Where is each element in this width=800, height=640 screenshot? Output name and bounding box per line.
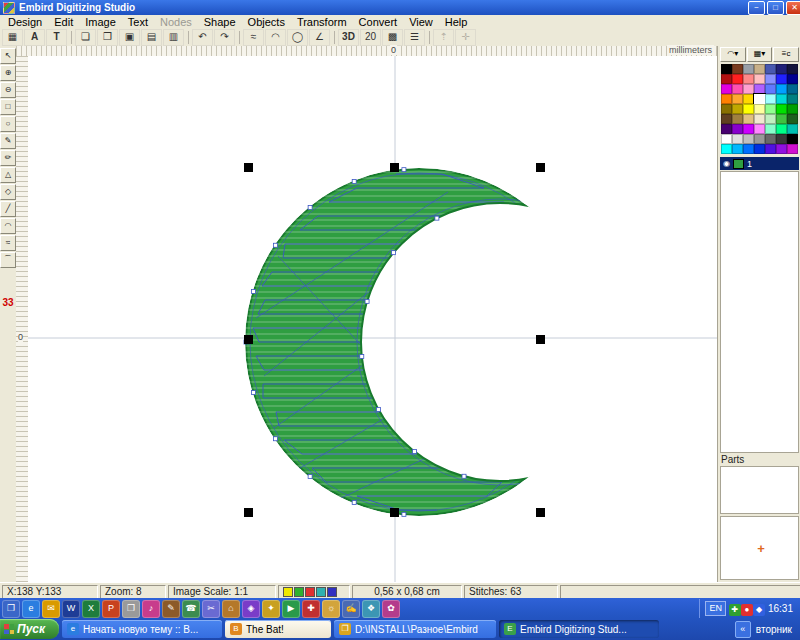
toolbar-center-cross-button[interactable]: ✛ [455, 29, 476, 46]
tool-zoom-window-button[interactable]: □ [0, 99, 16, 115]
palette-swatch[interactable] [732, 84, 743, 94]
palette-swatch[interactable] [776, 84, 787, 94]
palette-swatch[interactable] [787, 134, 798, 144]
powerpoint-icon[interactable]: P [102, 600, 120, 618]
palette-swatch[interactable] [776, 134, 787, 144]
palette-swatch[interactable] [787, 144, 798, 154]
color-options-button[interactable]: ≡c [773, 47, 799, 62]
toolbar-new-design-button[interactable]: ❏ [75, 29, 96, 46]
toolbar-ellipse-mode-button[interactable]: ◯ [287, 29, 308, 46]
object-list[interactable] [720, 171, 799, 453]
toolbar-stitch-wave-button[interactable]: ≈ [243, 29, 264, 46]
toolbar-view-3d-button[interactable]: 3D [338, 29, 359, 46]
toolbar-print-button[interactable]: ▥ [163, 29, 184, 46]
selection-handle[interactable] [536, 335, 545, 344]
graphics-app-icon[interactable]: ◈ [242, 600, 260, 618]
toolbar-import-image-button[interactable]: ▤ [141, 29, 162, 46]
palette-swatch[interactable] [721, 144, 732, 154]
star-app-icon[interactable]: ✦ [262, 600, 280, 618]
snip-icon[interactable]: ✂ [202, 600, 220, 618]
palette-swatch[interactable] [754, 104, 765, 114]
mail-icon[interactable]: ✉ [42, 600, 60, 618]
selection-handle[interactable] [536, 508, 545, 517]
palette-swatch[interactable] [765, 134, 776, 144]
palette-swatch[interactable] [721, 94, 732, 104]
menu-objects[interactable]: Objects [242, 15, 291, 29]
close-button[interactable]: ✕ [786, 1, 800, 15]
palette-swatch[interactable] [721, 114, 732, 124]
tool-zoom-out-button[interactable]: ⊖ [0, 82, 16, 98]
palette-swatch[interactable] [787, 94, 798, 104]
palette-swatch[interactable] [754, 114, 765, 124]
tool-pencil-button[interactable]: ✎ [0, 133, 16, 149]
toolbar-letter-t-button[interactable]: T [46, 29, 67, 46]
selection-handle[interactable] [390, 163, 399, 172]
tool-curve-button[interactable]: ≈ [0, 235, 16, 251]
tool-zoom-in-button[interactable]: ⊕ [0, 65, 16, 81]
palette-swatch[interactable] [743, 134, 754, 144]
tool-pen-button[interactable]: ✏ [0, 150, 16, 166]
palette-swatch[interactable] [776, 64, 787, 74]
toolbar-move-up-button[interactable]: ⇡ [433, 29, 454, 46]
antivirus-tray-icon[interactable]: ✚ [729, 604, 741, 616]
palette-swatch[interactable] [754, 64, 765, 74]
palette-swatch[interactable] [732, 134, 743, 144]
collapse-tray-button[interactable]: « [735, 621, 751, 638]
palette-swatch[interactable] [776, 94, 787, 104]
palette-swatch[interactable] [776, 74, 787, 84]
palette-swatch[interactable] [732, 74, 743, 84]
word-icon[interactable]: W [62, 600, 80, 618]
toolbar-open-design-button[interactable]: ❐ [97, 29, 118, 46]
palette-swatch[interactable] [743, 94, 754, 104]
palette-swatch[interactable] [776, 114, 787, 124]
menu-view[interactable]: View [403, 15, 439, 29]
menu-convert[interactable]: Convert [353, 15, 404, 29]
toolbar-save-design-button[interactable]: ▣ [119, 29, 140, 46]
palette-swatch[interactable] [787, 114, 798, 124]
start-button[interactable]: Пуск [0, 619, 59, 639]
palette-swatch[interactable] [732, 94, 743, 104]
palette-swatch[interactable] [732, 114, 743, 124]
show-desktop-icon[interactable]: ❐ [2, 600, 20, 618]
task-browser[interactable]: eНачать новую тему :: В... [62, 620, 222, 638]
palette-swatch[interactable] [721, 64, 732, 74]
palette-swatch[interactable] [721, 104, 732, 114]
palette-swatch[interactable] [732, 124, 743, 134]
curve-presets-button[interactable]: ◠▾ [720, 47, 746, 62]
tool-line-button[interactable]: ╱ [0, 201, 16, 217]
menu-edit[interactable]: Edit [48, 15, 79, 29]
toolbar-angle-mode-button[interactable]: ∠ [309, 29, 330, 46]
palette-swatch[interactable] [754, 74, 765, 84]
image-viewer-icon[interactable]: ☼ [322, 600, 340, 618]
palette-swatch[interactable] [732, 144, 743, 154]
palette-swatch[interactable] [787, 104, 798, 114]
task-thebat[interactable]: BThe Bat! [225, 620, 331, 638]
toolbar-density-button[interactable]: ▩ [382, 29, 403, 46]
parts-list[interactable] [720, 466, 799, 514]
selection-handle[interactable] [244, 335, 253, 344]
selection-handle[interactable] [536, 163, 545, 172]
palette-swatch[interactable] [787, 84, 798, 94]
home-icon[interactable]: ⌂ [222, 600, 240, 618]
palette-swatch[interactable] [732, 104, 743, 114]
network-tray-icon[interactable]: ◆ [753, 604, 765, 616]
palette-swatch[interactable] [721, 74, 732, 84]
title-bar[interactable]: Embird Digitizing Studio − □ ✕ [0, 0, 800, 15]
palette-swatch[interactable] [765, 144, 776, 154]
palette-swatch[interactable] [787, 124, 798, 134]
toolbar-redo-button[interactable]: ↷ [214, 29, 235, 46]
menu-help[interactable]: Help [439, 15, 474, 29]
language-indicator[interactable]: EN [705, 601, 726, 616]
utility-icon[interactable]: ✚ [302, 600, 320, 618]
palette-swatch[interactable] [721, 134, 732, 144]
palette-swatch[interactable] [754, 84, 765, 94]
toolbar-grid-20-button[interactable]: 20 [360, 29, 381, 46]
task-explorer[interactable]: ❐D:\INSTALL\Разное\Embird [334, 620, 496, 638]
palette-swatch[interactable] [743, 74, 754, 84]
palette-swatch[interactable] [754, 94, 765, 104]
extra-app-icon[interactable]: ✿ [382, 600, 400, 618]
palette-swatch[interactable] [754, 124, 765, 134]
player-icon[interactable]: ▶ [282, 600, 300, 618]
palette-swatch[interactable] [776, 144, 787, 154]
palette-swatch[interactable] [765, 104, 776, 114]
